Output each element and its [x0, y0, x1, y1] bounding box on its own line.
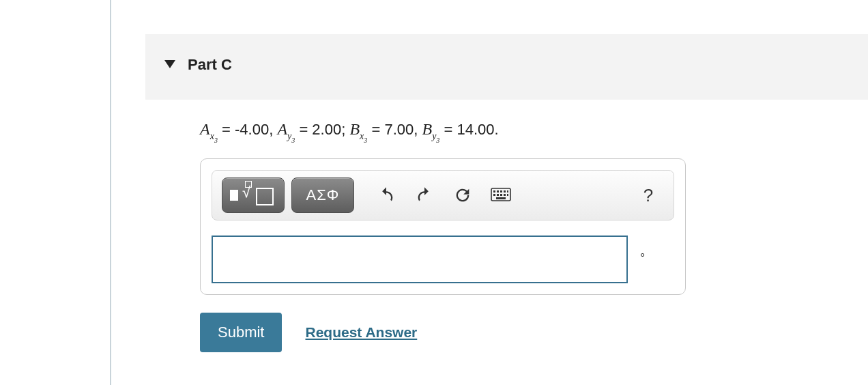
- math-templates-button[interactable]: √: [222, 177, 285, 213]
- undo-button[interactable]: [371, 177, 402, 213]
- part-header[interactable]: Part C: [145, 34, 868, 100]
- reset-icon: [453, 186, 472, 205]
- redo-icon: [415, 186, 434, 205]
- svg-rect-6: [507, 190, 508, 192]
- keyboard-icon: [491, 188, 511, 203]
- unit-label: °: [640, 251, 645, 266]
- answer-input[interactable]: [212, 236, 628, 283]
- cursor-icon: [230, 190, 238, 201]
- root-template-icon: √: [242, 184, 276, 207]
- request-answer-link[interactable]: Request Answer: [305, 324, 417, 341]
- submit-button[interactable]: Submit: [200, 313, 282, 352]
- keyboard-button[interactable]: [485, 177, 517, 213]
- help-button[interactable]: ?: [633, 177, 664, 213]
- svg-rect-8: [497, 194, 499, 196]
- svg-rect-7: [493, 194, 495, 196]
- equation-toolbar: √ ΑΣΦ: [212, 170, 674, 220]
- reset-button[interactable]: [447, 177, 478, 213]
- svg-rect-9: [500, 194, 502, 196]
- svg-rect-11: [507, 194, 508, 196]
- help-icon: ?: [643, 185, 653, 206]
- svg-rect-3: [497, 190, 499, 192]
- part-title: Part C: [188, 56, 232, 74]
- svg-rect-5: [504, 190, 506, 192]
- svg-rect-4: [500, 190, 502, 192]
- problem-statement: Ax3 = -4.00, Ay3 = 2.00; Bx3 = 7.00, By3…: [200, 120, 813, 142]
- svg-rect-12: [496, 197, 506, 199]
- undo-icon: [377, 186, 396, 205]
- caret-down-icon: [164, 60, 175, 70]
- svg-marker-0: [164, 60, 175, 68]
- svg-rect-10: [504, 194, 506, 196]
- vertical-divider: [110, 0, 111, 385]
- answer-box: √ ΑΣΦ: [200, 158, 686, 295]
- greek-symbols-button[interactable]: ΑΣΦ: [291, 177, 354, 213]
- redo-button[interactable]: [409, 177, 440, 213]
- svg-rect-2: [493, 190, 495, 192]
